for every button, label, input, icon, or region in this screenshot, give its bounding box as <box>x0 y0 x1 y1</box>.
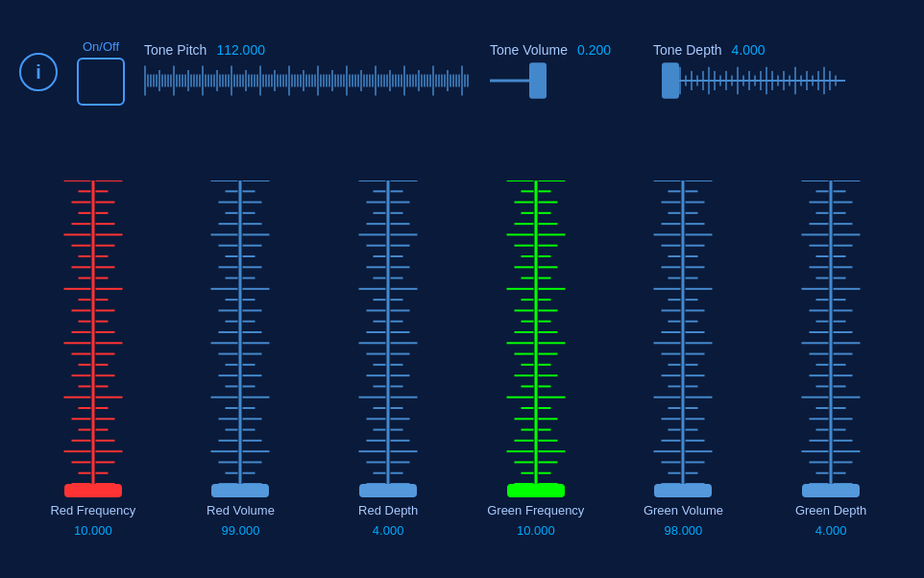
vert-slider-label-red-volume: Red Volume <box>207 503 275 518</box>
vert-slider-label-red-depth: Red Depth <box>358 503 418 518</box>
onoff-button[interactable] <box>77 58 125 106</box>
vert-slider-label-green-depth: Green Depth <box>795 503 866 518</box>
vertical-sliders-row: Red Frequency 10.000 Red Volume 99.000 R… <box>10 134 914 538</box>
svg-rect-116 <box>662 62 679 98</box>
svg-rect-264 <box>211 484 269 497</box>
vert-slider-red-volume[interactable]: Red Volume 99.000 <box>173 181 307 538</box>
tone-volume-value: 0.200 <box>577 42 611 58</box>
onoff-label: On/Off <box>83 39 119 54</box>
vert-slider-green-volume[interactable]: Green Volume 98.000 <box>616 181 750 538</box>
tone-pitch-group: Tone Pitch 112.000 <box>144 42 471 102</box>
svg-rect-324 <box>359 484 417 497</box>
tone-pitch-slider[interactable] <box>144 60 471 102</box>
vert-slider-label-green-volume: Green Volume <box>644 503 723 518</box>
svg-rect-444 <box>654 484 712 497</box>
svg-rect-114 <box>529 62 547 98</box>
tone-depth-slider[interactable] <box>653 60 845 102</box>
vert-slider-value-green-volume: 98.000 <box>665 523 703 538</box>
vert-slider-red-depth[interactable]: Red Depth 4.000 <box>321 181 455 538</box>
tone-volume-label: Tone Volume <box>490 42 568 58</box>
tone-volume-slider[interactable] <box>490 60 634 102</box>
tone-depth-value: 4.000 <box>732 42 766 58</box>
tone-volume-group: Tone Volume 0.200 <box>490 42 634 102</box>
vert-slider-value-green-depth: 4.000 <box>815 523 847 538</box>
main-container: i On/Off Tone Pitch 112.000 Tone Volume … <box>0 0 924 578</box>
vert-slider-value-green-frequency: 10.000 <box>517 523 555 538</box>
vert-slider-value-red-volume: 99.000 <box>222 523 260 538</box>
vert-ruler-svg <box>640 181 726 497</box>
tone-depth-group: Tone Depth 4.000 <box>653 42 845 102</box>
tone-depth-label: Tone Depth <box>653 42 722 58</box>
top-bar: i On/Off Tone Pitch 112.000 Tone Volume … <box>10 10 914 134</box>
vert-ruler-svg <box>345 181 431 497</box>
vert-ruler-svg <box>50 181 136 497</box>
vert-slider-label-green-frequency: Green Frequency <box>487 503 584 518</box>
vert-slider-value-red-depth: 4.000 <box>373 523 404 538</box>
vert-slider-red-frequency[interactable]: Red Frequency 10.000 <box>26 181 160 538</box>
vert-slider-green-depth[interactable]: Green Depth 4.000 <box>764 181 898 538</box>
vert-ruler-svg <box>197 181 283 497</box>
vert-ruler-svg <box>493 181 579 497</box>
tone-pitch-value: 112.000 <box>216 42 265 58</box>
vert-slider-green-frequency[interactable]: Green Frequency 10.000 <box>469 181 603 538</box>
vert-slider-value-red-frequency: 10.000 <box>74 523 112 538</box>
svg-rect-504 <box>802 484 860 497</box>
svg-rect-384 <box>507 484 565 497</box>
vert-slider-label-red-frequency: Red Frequency <box>50 503 135 518</box>
vert-ruler-svg <box>788 181 874 497</box>
svg-rect-204 <box>64 484 122 497</box>
onoff-section: On/Off <box>77 39 125 106</box>
info-icon[interactable]: i <box>19 53 58 91</box>
tone-pitch-label: Tone Pitch <box>144 42 207 58</box>
